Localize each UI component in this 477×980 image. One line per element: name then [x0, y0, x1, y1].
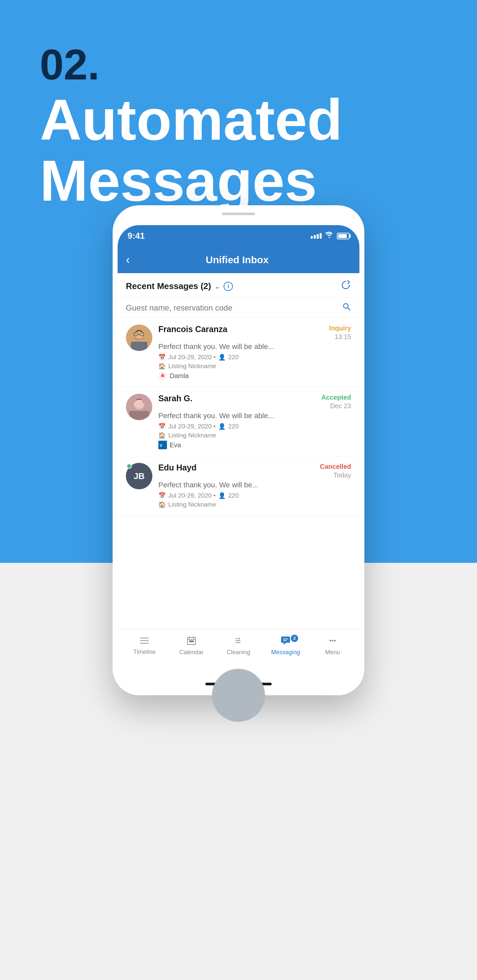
- signal-bars-icon: [311, 233, 322, 239]
- calendar-nav-icon: [187, 636, 196, 648]
- nav-title: Unified Inbox: [136, 254, 338, 266]
- svg-rect-24: [192, 641, 193, 642]
- person-icon: 👤: [218, 353, 226, 361]
- message-top: Sarah G. Accepted Dec 23: [158, 394, 351, 410]
- listing-text: Listing Nickname: [168, 363, 216, 370]
- message-list: Francois Caranza Inquiry 13:15 Perfect t…: [118, 318, 359, 629]
- svg-point-28: [332, 640, 333, 641]
- platform-name: Damla: [170, 372, 189, 380]
- avatar: [126, 325, 152, 351]
- wifi-icon: [325, 232, 333, 240]
- message-item[interactable]: Francois Caranza Inquiry 13:15 Perfect t…: [118, 318, 359, 387]
- header-title: Automated Messages: [40, 89, 343, 211]
- signal-bar-2: [314, 235, 316, 239]
- status-bar: 9:41: [118, 225, 359, 247]
- svg-rect-12: [129, 411, 149, 420]
- search-bar[interactable]: [118, 298, 359, 318]
- status-badge: Cancelled: [320, 463, 351, 471]
- info-icon[interactable]: i: [223, 282, 233, 291]
- nav-item-timeline[interactable]: Timeline: [128, 636, 161, 655]
- guests-text: 220: [228, 353, 239, 361]
- recent-messages-header: Recent Messages (2) ⌄ i: [118, 273, 359, 298]
- nav-item-cleaning[interactable]: Cleaning: [222, 636, 255, 656]
- nav-item-menu[interactable]: Menu: [316, 636, 349, 656]
- cleaning-label: Cleaning: [227, 649, 250, 656]
- refresh-icon[interactable]: [341, 280, 351, 293]
- nav-bar: ‹ Unified Inbox: [118, 247, 359, 273]
- phone-mockup: 9:41: [113, 205, 364, 695]
- listing-meta: 🏠 Listing Nickname: [158, 501, 351, 508]
- home-icon: 🏠: [158, 432, 166, 439]
- message-time: Dec 23: [321, 402, 351, 410]
- status-badge: Inquiry: [329, 325, 351, 332]
- signal-bar-3: [317, 234, 319, 239]
- avatar-image: [126, 394, 152, 420]
- svg-rect-4: [131, 342, 147, 351]
- cleaning-icon: [234, 636, 243, 648]
- messaging-icon: [281, 636, 290, 648]
- phone-speaker: [222, 213, 255, 215]
- svg-point-0: [343, 304, 348, 308]
- back-button[interactable]: ‹: [126, 253, 130, 267]
- status-time: 9:41: [128, 231, 145, 241]
- battery-tip: [349, 234, 351, 238]
- home-icon: 🏠: [158, 363, 166, 370]
- menu-icon: [328, 636, 337, 648]
- guest-name: Francois Caranza: [158, 325, 227, 334]
- message-top: Francois Caranza Inquiry 13:15: [158, 325, 351, 341]
- nav-item-messaging[interactable]: 2 Messaging: [269, 636, 302, 656]
- message-meta: 📅 Jul 20-29, 2020 • 👤 220: [158, 423, 351, 430]
- message-preview: Perfect thank you. We will be...: [158, 481, 351, 489]
- info-symbol: i: [228, 283, 229, 290]
- dates-text: Jul 20-29, 2020 •: [168, 492, 215, 499]
- chevron-down-icon[interactable]: ⌄: [214, 282, 220, 291]
- recent-messages-title: Recent Messages (2): [126, 281, 211, 291]
- svg-point-27: [330, 640, 331, 641]
- search-icon[interactable]: [342, 302, 351, 313]
- platform-name: Eva: [170, 441, 181, 449]
- message-item[interactable]: Sarah G. Accepted Dec 23 Perfect thank y…: [118, 387, 359, 456]
- guest-name: Edu Hayd: [158, 463, 196, 473]
- message-preview: Perfect thank you. We will be able...: [158, 342, 351, 351]
- battery-icon: [337, 233, 349, 239]
- phone-bottom-circle: [212, 669, 265, 722]
- message-time: 13:15: [329, 333, 351, 341]
- messaging-label: Messaging: [271, 649, 300, 656]
- message-time: Today: [320, 471, 351, 479]
- timeline-label: Timeline: [133, 649, 155, 655]
- platform-row: Damla: [158, 371, 351, 380]
- phone-screen: 9:41: [118, 225, 359, 662]
- guest-name: Sarah G.: [158, 394, 193, 403]
- header-section: 02. Automated Messages: [40, 43, 343, 211]
- nav-item-calendar[interactable]: Calendar: [175, 636, 208, 656]
- status-icons: [311, 232, 349, 240]
- battery-fill: [338, 234, 347, 238]
- guests-text: 220: [228, 423, 239, 430]
- airbnb-icon: [158, 371, 167, 380]
- listing-text: Listing Nickname: [168, 501, 216, 508]
- svg-line-1: [348, 307, 350, 310]
- search-input[interactable]: [126, 303, 342, 313]
- listing-text: Listing Nickname: [168, 432, 216, 439]
- message-top: Edu Hayd Cancelled Today: [158, 463, 351, 479]
- message-preview: Perfect thank you. We will be able...: [158, 412, 351, 420]
- messaging-badge: 2: [291, 635, 298, 642]
- dates-text: Jul 20-29, 2020 •: [168, 353, 215, 361]
- header-title-line1: Automated: [40, 89, 343, 150]
- calendar-icon: 📅: [158, 492, 166, 499]
- person-icon: 👤: [218, 492, 226, 499]
- message-body: Edu Hayd Cancelled Today Perfect thank y…: [158, 463, 351, 510]
- dates-text: Jul 20-29, 2020 •: [168, 423, 215, 430]
- vrbo-icon: V: [158, 441, 167, 449]
- calendar-icon: 📅: [158, 353, 166, 361]
- home-icon: 🏠: [158, 501, 166, 508]
- listing-meta: 🏠 Listing Nickname: [158, 363, 351, 370]
- avatar-container: JB: [126, 463, 152, 510]
- status-badge: Accepted: [321, 394, 351, 401]
- online-indicator: [126, 463, 132, 469]
- message-item[interactable]: JB Edu Hayd Cancelled Today P: [118, 456, 359, 517]
- signal-bar-4: [320, 233, 322, 239]
- recent-title-group: Recent Messages (2) ⌄ i: [126, 281, 233, 291]
- calendar-label: Calendar: [179, 649, 203, 656]
- message-meta: 📅 Jul 20-29, 2020 • 👤 220: [158, 492, 351, 499]
